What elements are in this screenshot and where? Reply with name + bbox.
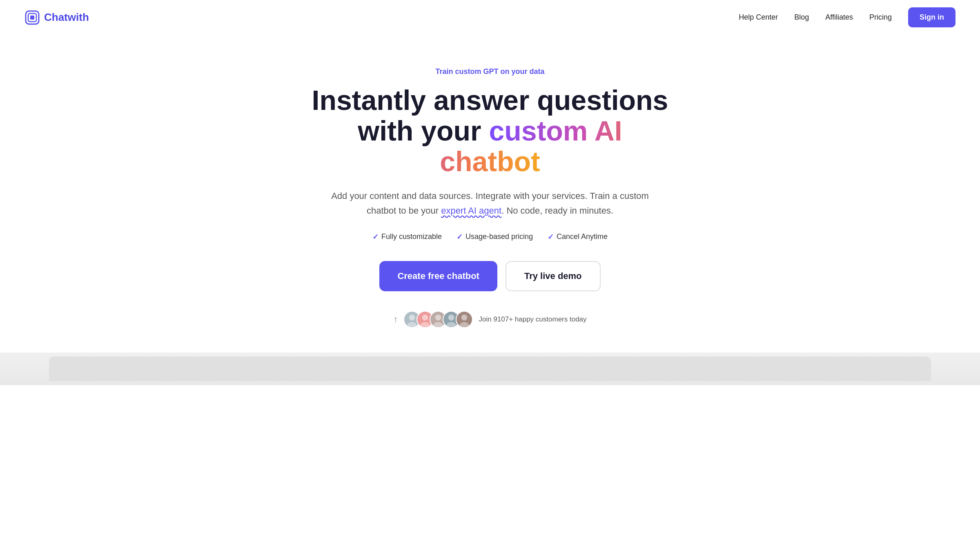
- check-icon-1: ✓: [372, 232, 379, 241]
- hero-headline-line1: Instantly answer questions: [312, 85, 668, 116]
- check-icon-3: ✓: [548, 232, 554, 241]
- hero-subtext: Add your content and data sources. Integ…: [331, 189, 649, 217]
- expert-ai-agent-link[interactable]: expert AI agent: [441, 205, 501, 216]
- avatar-5: [456, 311, 473, 328]
- avatar-group: [403, 311, 473, 328]
- check-label-1: Fully customizable: [381, 232, 442, 241]
- signin-button[interactable]: Sign in: [908, 7, 956, 27]
- hero-headline: Instantly answer questions with your cus…: [306, 85, 674, 176]
- svg-point-9: [448, 315, 454, 320]
- hero-subtext-part2: . No code, ready in minutes.: [501, 205, 613, 216]
- svg-point-4: [408, 322, 417, 328]
- svg-point-3: [409, 315, 415, 320]
- svg-point-8: [434, 322, 443, 328]
- check-label-2: Usage-based pricing: [466, 232, 533, 241]
- logo-text: Chatwith: [44, 11, 89, 24]
- nav-affiliates[interactable]: Affiliates: [825, 13, 853, 22]
- arrow-up-icon: ↑: [393, 314, 398, 325]
- svg-point-5: [422, 315, 428, 320]
- svg-point-7: [435, 315, 441, 320]
- try-demo-button[interactable]: Try live demo: [506, 261, 601, 291]
- hero-headline-prefix: with your: [358, 115, 489, 146]
- social-proof-text: Join 9107+ happy customers today: [479, 315, 586, 324]
- bottom-preview-band: [0, 353, 980, 385]
- check-icon-2: ✓: [457, 232, 463, 241]
- nav-links: Help Center Blog Affiliates Pricing Sign…: [739, 7, 956, 27]
- nav-help-center[interactable]: Help Center: [739, 13, 778, 22]
- create-chatbot-button[interactable]: Create free chatbot: [379, 261, 497, 291]
- preview-inner: [49, 357, 931, 381]
- hero-section: Train custom GPT on your data Instantly …: [0, 35, 980, 353]
- social-proof: ↑ Join 9107+ happy customers today: [393, 311, 586, 328]
- logo[interactable]: Chatwith: [24, 10, 89, 25]
- svg-point-10: [447, 322, 457, 328]
- hero-eyebrow: Train custom GPT on your data: [435, 67, 544, 76]
- hero-checks: ✓ Fully customizable ✓ Usage-based prici…: [372, 232, 608, 241]
- check-item-2: ✓ Usage-based pricing: [457, 232, 533, 241]
- svg-rect-2: [30, 16, 34, 20]
- check-item-1: ✓ Fully customizable: [372, 232, 442, 241]
- check-label-3: Cancel Anytime: [557, 232, 608, 241]
- svg-point-11: [461, 315, 467, 320]
- svg-point-12: [460, 322, 470, 328]
- nav-blog[interactable]: Blog: [794, 13, 809, 22]
- hero-buttons: Create free chatbot Try live demo: [379, 261, 600, 291]
- svg-point-6: [421, 322, 430, 328]
- check-item-3: ✓ Cancel Anytime: [548, 232, 608, 241]
- hero-headline-line2: with your custom AI chatbot: [306, 116, 674, 177]
- nav-pricing[interactable]: Pricing: [869, 13, 892, 22]
- logo-icon: [24, 10, 40, 25]
- navbar: Chatwith Help Center Blog Affiliates Pri…: [0, 0, 980, 35]
